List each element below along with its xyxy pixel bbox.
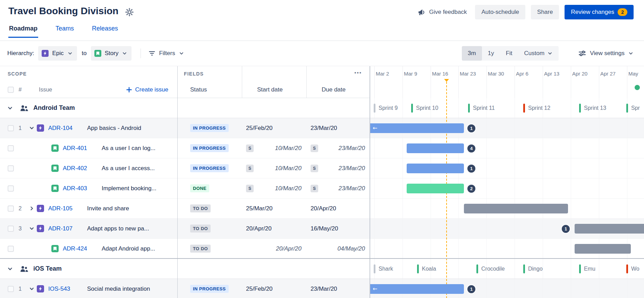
issue-count-badge[interactable]: 1 <box>467 284 476 294</box>
table-row[interactable]: ADR-402 As a user I access... <box>0 158 177 178</box>
row-checkbox[interactable] <box>8 145 14 151</box>
status-badge[interactable]: IN PROGRESS <box>190 124 229 132</box>
status-badge[interactable]: IN PROGRESS <box>190 164 229 172</box>
share-button[interactable]: Share <box>531 5 559 19</box>
start-date-value[interactable]: 25/Feb/20 <box>242 286 273 292</box>
group-header-ios[interactable]: iOS Team <box>0 259 177 279</box>
sprint-item[interactable]: Sprint 11 <box>468 98 495 118</box>
row-checkbox[interactable] <box>8 205 14 212</box>
issue-key-link[interactable]: ADR-402 <box>63 165 99 172</box>
gantt-bar[interactable]: ← <box>370 284 464 294</box>
row-checkbox[interactable] <box>8 246 14 252</box>
table-row[interactable]: 3 ADR-107 Adapt apps to new pa... <box>0 219 177 239</box>
due-date-value[interactable]: 04/May/20 <box>306 245 370 252</box>
chevron-down-icon[interactable] <box>5 266 15 272</box>
issue-count-badge[interactable]: 2 <box>467 184 476 193</box>
status-badge[interactable]: TO DO <box>190 204 211 212</box>
give-feedback-button[interactable]: Give feedback <box>417 8 467 16</box>
sprint-item[interactable]: Shark <box>374 259 393 279</box>
chevron-down-icon[interactable] <box>26 226 37 231</box>
gantt-bar[interactable] <box>575 244 631 254</box>
row-checkbox[interactable] <box>8 185 14 192</box>
plan-settings-gear-icon[interactable] <box>125 8 134 17</box>
row-checkbox[interactable] <box>8 226 14 232</box>
row-checkbox[interactable] <box>8 286 14 292</box>
start-date-value[interactable]: 25/Mar/20 <box>242 205 273 212</box>
start-date-value[interactable]: 10/Mar/20 <box>254 145 306 152</box>
zoom-fit-button[interactable]: Fit <box>500 46 518 61</box>
tab-teams[interactable]: Teams <box>55 25 75 38</box>
due-date-value[interactable]: 23/Mar/20 <box>306 286 337 292</box>
due-date-value[interactable]: 16/May/20 <box>306 225 338 232</box>
hierarchy-from-dropdown[interactable]: Epic <box>38 46 77 61</box>
due-date-value[interactable]: 23/Mar/20 <box>318 185 370 192</box>
table-row[interactable]: ADR-424 Adapt Android app... <box>0 239 177 259</box>
sprint-item[interactable]: Dingo <box>523 259 543 279</box>
sprint-item[interactable]: Spr <box>626 98 640 118</box>
table-row[interactable]: ADR-403 Implement booking... <box>0 178 177 199</box>
select-all-checkbox[interactable] <box>8 87 14 93</box>
due-date-value[interactable]: 23/Mar/20 <box>318 165 370 172</box>
issue-count-badge[interactable]: 1 <box>467 164 476 173</box>
issue-count-badge[interactable]: 1 <box>561 224 570 234</box>
table-row[interactable]: 1 ADR-104 App basics - Android <box>0 118 177 138</box>
start-date-value[interactable]: 10/Mar/20 <box>254 185 306 192</box>
table-row[interactable]: 2 ADR-105 Invite and share <box>0 199 177 219</box>
gantt-bar[interactable] <box>407 164 464 173</box>
chevron-down-icon[interactable] <box>5 105 15 111</box>
create-issue-button[interactable]: Create issue <box>126 86 168 93</box>
fields-more-button[interactable]: ••• <box>354 70 362 76</box>
gantt-bar[interactable] <box>575 224 644 234</box>
sprint-item[interactable]: Sprint 10 <box>411 98 438 118</box>
tab-releases[interactable]: Releases <box>91 25 119 38</box>
hierarchy-to-dropdown[interactable]: Story <box>91 46 132 61</box>
issue-key-link[interactable]: ADR-104 <box>48 125 84 132</box>
sprint-item[interactable]: Sprint 13 <box>579 98 606 118</box>
due-date-value[interactable]: 20/Apr/20 <box>306 205 336 212</box>
sprint-item[interactable]: Crocodile <box>476 259 505 279</box>
issue-key-link[interactable]: ADR-401 <box>63 145 99 152</box>
due-date-value[interactable]: 23/Mar/20 <box>318 145 370 152</box>
tab-roadmap[interactable]: Roadmap <box>8 25 38 38</box>
chevron-right-icon[interactable] <box>26 205 37 211</box>
issue-key-link[interactable]: ADR-105 <box>48 205 84 212</box>
status-badge[interactable]: DONE <box>190 184 209 192</box>
gantt-bar[interactable] <box>407 143 464 153</box>
zoom-custom-dropdown[interactable]: Custom <box>518 46 559 61</box>
view-settings-dropdown[interactable]: View settings <box>578 50 634 57</box>
sprint-item[interactable]: Koala <box>417 259 436 279</box>
issue-key-link[interactable]: ADR-107 <box>48 225 84 232</box>
issue-key-link[interactable]: IOS-543 <box>48 286 84 292</box>
status-badge[interactable]: IN PROGRESS <box>190 144 229 152</box>
start-date-value[interactable]: 20/Apr/20 <box>242 245 306 252</box>
sprint-item[interactable]: Wo <box>626 259 639 279</box>
row-checkbox[interactable] <box>8 125 14 131</box>
group-header-android[interactable]: Android Team <box>0 98 177 118</box>
sprint-item[interactable]: Emu <box>579 259 595 279</box>
issue-count-badge[interactable]: 1 <box>467 124 476 133</box>
due-date-value[interactable]: 23/Mar/20 <box>306 125 337 132</box>
auto-schedule-button[interactable]: Auto-schedule <box>475 5 525 19</box>
release-marker[interactable] <box>635 85 640 90</box>
filters-dropdown[interactable]: Filters <box>149 50 184 57</box>
status-badge[interactable]: IN PROGRESS <box>190 285 229 293</box>
start-date-value[interactable]: 20/Apr/20 <box>242 225 272 232</box>
sprint-item[interactable]: Sprint 9 <box>374 98 398 118</box>
gantt-bar[interactable]: ← <box>370 123 464 133</box>
sprint-item[interactable]: Sprint 12 <box>523 98 550 118</box>
start-date-value[interactable]: 25/Feb/20 <box>242 125 273 132</box>
gantt-bar[interactable] <box>407 184 464 193</box>
start-date-value[interactable]: 10/Mar/20 <box>254 165 306 172</box>
chevron-down-icon[interactable] <box>26 286 37 292</box>
chevron-down-icon[interactable] <box>26 125 37 131</box>
issue-key-link[interactable]: ADR-403 <box>63 185 99 192</box>
row-checkbox[interactable] <box>8 165 14 172</box>
review-changes-button[interactable]: Review changes 2 <box>565 5 634 19</box>
status-badge[interactable]: TO DO <box>190 245 211 253</box>
zoom-1y-button[interactable]: 1y <box>482 46 500 61</box>
table-row[interactable]: ADR-401 As a user I can log... <box>0 138 177 158</box>
issue-key-link[interactable]: ADR-424 <box>63 245 99 252</box>
issue-count-badge[interactable]: 4 <box>467 144 476 153</box>
zoom-3m-button[interactable]: 3m <box>462 46 482 61</box>
timeline-panel[interactable]: Mar 2 Mar 9 Mar 16 Mar 23 Mar 30 Apr 6 A… <box>370 66 644 298</box>
